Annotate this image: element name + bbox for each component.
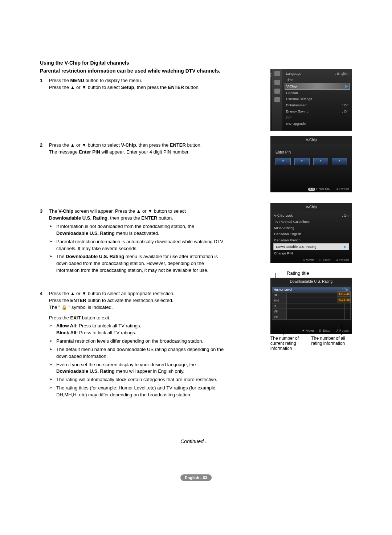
- text: Move: [306, 258, 314, 262]
- text: , then press the: [107, 215, 141, 221]
- text: Parental restriction information is auto…: [56, 238, 227, 252]
- text: Return: [339, 258, 349, 262]
- callout-line: [283, 325, 283, 335]
- menu-row: Entertainment: Off: [285, 102, 350, 108]
- text: ENTER: [141, 215, 157, 221]
- text: Parental restriction levels differ depen…: [56, 338, 203, 345]
- text: ENTER: [170, 142, 186, 148]
- note: ➢Parental restriction information is aut…: [49, 238, 227, 252]
- step-number: 4: [40, 290, 49, 399]
- text: Downloadable U.S. Rating: [56, 368, 115, 374]
- menu-row: Language: English: [285, 70, 350, 77]
- tv-setup-menu: Setup Language: EnglishTimeV-Chip▶Captio…: [270, 69, 352, 131]
- text: Move: [306, 329, 314, 332]
- text: Press the: [49, 315, 70, 320]
- text: Press to unlock all TV ratings.: [78, 323, 141, 328]
- step-body: Press the ▲ or ▼ button to select an app…: [49, 290, 227, 399]
- text: Press to lock all TV ratings.: [78, 330, 136, 335]
- pin-box: *: [332, 158, 347, 165]
- step-4: 4 Press the ▲ or ▼ button to select an a…: [40, 290, 227, 399]
- screen-footer: 0~9Enter PIN ↺ Return: [308, 187, 349, 191]
- menu-icon: [274, 71, 280, 76]
- pin-box: *: [294, 158, 310, 165]
- menu-row: Downloadable U.S. Rating▶: [273, 243, 349, 250]
- table-row: VH: [272, 309, 351, 314]
- text: The: [56, 254, 66, 259]
- text: Press the ▲ or ▼ button to select: [49, 142, 121, 148]
- rating-title-callout: Rating title: [287, 270, 309, 276]
- table-row: EH: [272, 314, 351, 320]
- menu-row: V-Chip▶: [285, 83, 350, 90]
- menu-row: V-Chip Lock: On: [273, 212, 349, 219]
- text: button to display the menu.: [84, 78, 142, 83]
- text: Enter: [323, 258, 331, 262]
- text: button.: [186, 142, 201, 148]
- note-arrow-icon: ➢: [49, 376, 56, 383]
- step-number: 2: [40, 142, 49, 156]
- step-body: Press the MENU button to display the men…: [49, 77, 227, 91]
- text: button to activate the restriction selec…: [86, 298, 173, 303]
- text: Press the ▲ or ▼ button to select an app…: [49, 291, 175, 296]
- note-arrow-icon: ➢: [49, 385, 56, 399]
- note: ➢The Downloadable U.S. Rating menu is av…: [49, 253, 227, 274]
- pin-boxes: * * * *: [275, 158, 347, 165]
- text: V-Chip: [58, 208, 73, 214]
- text: Press the: [49, 78, 70, 83]
- table-header: Humor Level: [272, 287, 345, 293]
- menu-row: Change PIN: [273, 250, 349, 256]
- menu-icon: [274, 97, 280, 102]
- note: ➢If information is not downloaded from t…: [49, 223, 227, 237]
- text: V-Chip: [121, 142, 136, 148]
- callout-line: [275, 273, 275, 278]
- callout-line: [275, 273, 285, 273]
- text: Downloadable U.S. Rating: [49, 215, 107, 221]
- text: Downloadable U.S. Rating: [56, 230, 115, 236]
- text: button to exit.: [81, 315, 110, 320]
- text: Press the: [49, 298, 70, 303]
- caption-left: The number of current rating information: [270, 336, 311, 351]
- note-arrow-icon: ➢: [49, 362, 56, 375]
- menu-row: Canadian French: [273, 237, 349, 243]
- step-1: 1 Press the MENU button to display the m…: [40, 77, 227, 91]
- text: The rating titles (for example: Humor Le…: [56, 385, 227, 399]
- note-arrow-icon: ➢: [49, 253, 56, 274]
- note: ➢Even if you set the on-screen display t…: [49, 362, 227, 375]
- text: button.: [157, 215, 173, 221]
- menu-row: Canadian English: [273, 231, 349, 237]
- note-arrow-icon: ➢: [49, 238, 56, 252]
- text: The rating will automatically block cert…: [56, 376, 217, 383]
- menu-row: Energy Saving: Off: [285, 108, 350, 114]
- menu-icons: [272, 69, 282, 131]
- text: , then press the: [136, 142, 170, 148]
- tv-rating-table: Downloadable U.S. Rating Humor Level▶ DH…: [270, 278, 352, 334]
- text: screen will appear. Press the ▲ or ▼ but…: [73, 208, 186, 214]
- text: The " 🔒 " symbol is indicated.: [49, 305, 113, 310]
- text: The message: [49, 149, 79, 155]
- screen-footer: ✦ Move ⊟ Enter ↺ Return: [302, 329, 349, 332]
- note-arrow-icon: ➢: [49, 323, 56, 336]
- vchip-menu-list: V-Chip Lock: OnTV Parental GuidelinesMPA…: [270, 211, 352, 258]
- pin-box: *: [313, 158, 328, 165]
- note: ➢The default menu name and downloadable …: [49, 346, 227, 360]
- setup-menu-list: Language: EnglishTimeV-Chip▶CaptionExter…: [282, 69, 352, 131]
- note: ➢Allow All: Press to unlock all TV ratin…: [49, 323, 227, 336]
- text: Downloadable U.S. Rating: [66, 254, 124, 259]
- text: menu is deactivated.: [115, 230, 159, 236]
- text: Enter: [323, 329, 331, 332]
- step-2: 2 Press the ▲ or ▼ button to select V-Ch…: [40, 142, 227, 156]
- continued-text: Continued...: [40, 438, 348, 444]
- text: will appear. Enter your 4 digit PIN numb…: [100, 149, 189, 155]
- note-arrow-icon: ➢: [49, 346, 56, 360]
- text: MENU: [70, 78, 84, 83]
- text: The: [49, 208, 58, 214]
- note-arrow-icon: ➢: [49, 223, 56, 237]
- text: menu will appear in English only.: [115, 368, 184, 374]
- text: ENTER: [168, 85, 184, 90]
- screen-footer: ♦ Move ⊟ Enter ↺ Return: [303, 258, 349, 262]
- menu-row: MPAA Rating: [273, 225, 349, 231]
- text: Return: [339, 187, 349, 191]
- pin-box: *: [275, 158, 291, 165]
- text: Setup: [121, 85, 134, 90]
- page-fraction: 1/2: [338, 287, 351, 291]
- menu-row: SW Upgrade: [285, 121, 350, 127]
